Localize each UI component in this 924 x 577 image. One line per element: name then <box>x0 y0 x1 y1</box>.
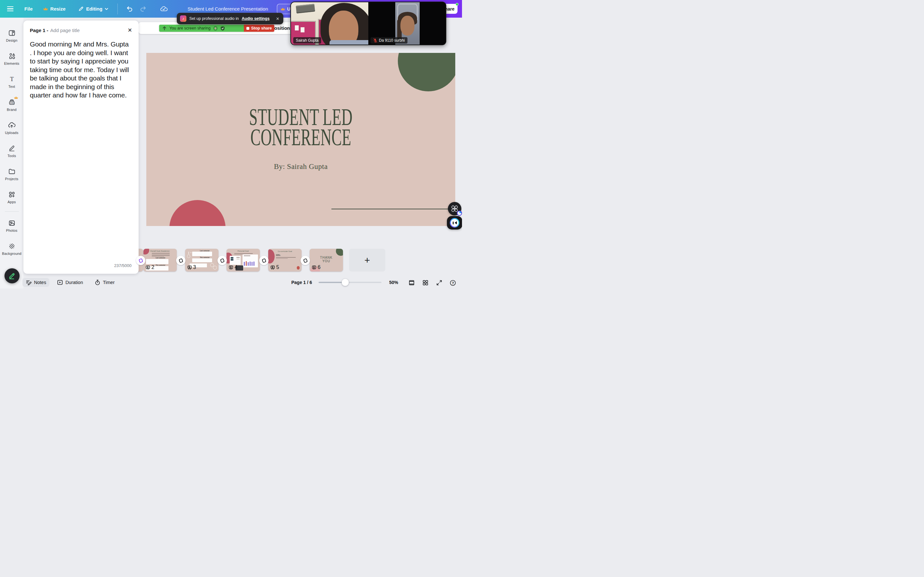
screen-share-status: You are screen sharing <box>159 25 244 32</box>
canva-editor: File Resize Editing Student Led Conferen… <box>0 0 462 288</box>
sidebar-label: Uploads <box>5 131 19 135</box>
duration-button[interactable]: Duration <box>54 278 86 287</box>
thumbnail-page-4[interactable]: Personal Goal 2025 4 <box>226 249 260 271</box>
stop-share-label: Stop share <box>251 26 272 31</box>
sidebar-item-brand[interactable]: CO Brand <box>0 93 23 116</box>
projects-folder-icon <box>8 168 16 175</box>
sidebar-item-text[interactable]: T Text <box>0 70 23 93</box>
transition-button[interactable] <box>300 256 310 265</box>
assistant-button[interactable] <box>447 216 462 229</box>
zoom-slider[interactable] <box>318 282 381 283</box>
transition-icon <box>138 258 144 263</box>
share-arrow-icon <box>162 26 166 31</box>
svg-text:T: T <box>10 76 14 82</box>
slide-byline[interactable]: By: Sairah Gupta <box>146 163 455 171</box>
sidebar-item-uploads[interactable]: Uploads <box>0 116 23 139</box>
zoom-level[interactable]: 50% <box>389 280 398 285</box>
sidebar-item-tools[interactable]: Tools <box>0 139 23 163</box>
thumbnail-page-2[interactable]: Overall Goal (Academic): Last semester T… <box>144 249 177 271</box>
notes-panel: Page 1 - Add page title ✕ Good morning M… <box>23 21 139 274</box>
page-title-placeholder[interactable]: Add page title <box>50 27 80 33</box>
thumbnail-page-5[interactable]: Co-curricular Goal GOAL: 5 <box>268 249 302 271</box>
thumbnail-page-3[interactable]: Last semester This semester 3 <box>185 249 218 271</box>
screen-share-bar: You are screen sharing Stop share <box>159 25 274 32</box>
redo-button[interactable] <box>140 6 147 12</box>
thumb-decor <box>336 249 343 256</box>
slide-decor-red-circle[interactable] <box>170 200 226 226</box>
help-button[interactable]: ? <box>449 279 456 286</box>
transition-button[interactable] <box>218 256 227 265</box>
participant-video-2: Da 9110 surbhi <box>368 2 446 45</box>
fullscreen-button[interactable] <box>436 279 443 286</box>
duration-label: Duration <box>65 280 83 285</box>
stop-icon <box>246 27 249 30</box>
video-call-overlay[interactable]: Sairah Gupta Da 9110 surbhi <box>290 2 446 45</box>
sidebar-item-background[interactable]: Background <box>0 237 23 260</box>
thumbnail-page-6[interactable]: THANK YOU 6 <box>310 249 343 271</box>
sidebar-item-apps[interactable]: Apps <box>0 185 23 209</box>
slide-canvas-page-1[interactable]: STUDENT LED CONFERENCE By: Sairah Gupta <box>146 53 455 226</box>
resize-button[interactable]: Resize <box>43 6 66 11</box>
main-menu-button[interactable] <box>7 6 13 11</box>
cloud-save-status-icon <box>160 6 168 12</box>
document-title[interactable]: Student Led Conference Presentation <box>173 6 282 11</box>
slide-decor-green-circle[interactable] <box>398 53 455 91</box>
presenter-view-button[interactable] <box>408 279 415 286</box>
fullscreen-icon <box>436 279 443 286</box>
apps-shortcut-button[interactable] <box>448 202 461 215</box>
editing-mode-dropdown[interactable]: Editing <box>78 6 108 11</box>
elements-icon <box>8 52 16 60</box>
thumb-number: 3 <box>193 264 196 270</box>
sidebar-label: Text <box>8 85 15 89</box>
annotate-button[interactable] <box>5 268 19 284</box>
notes-toggle-button[interactable]: Notes <box>23 278 49 287</box>
thumb-decor <box>236 259 240 259</box>
robot-face-icon <box>451 219 459 227</box>
crown-icon <box>280 7 285 11</box>
participant-name: Da 9110 surbhi <box>379 38 405 43</box>
presence-dot <box>456 3 459 6</box>
sidebar-item-photos[interactable]: Photos <box>0 214 23 237</box>
stop-share-button[interactable]: Stop share <box>244 25 274 32</box>
tools-pen-icon <box>8 145 16 152</box>
page-indicator[interactable]: Page 1 / 6 <box>291 280 312 285</box>
timer-label: Timer <box>103 280 115 285</box>
audio-settings-link[interactable]: Audio settings <box>242 16 270 21</box>
upgrade-label: U <box>287 6 290 11</box>
file-menu[interactable]: File <box>24 6 33 11</box>
sidebar-item-elements[interactable]: Elements <box>0 47 23 70</box>
toast-close-button[interactable]: ✕ <box>275 16 280 21</box>
undo-button[interactable] <box>126 6 133 12</box>
timer-icon <box>95 279 100 285</box>
transition-button[interactable] <box>259 256 268 265</box>
notes-close-button[interactable]: ✕ <box>128 27 132 33</box>
transition-button[interactable] <box>176 256 186 265</box>
undo-icon <box>126 6 133 12</box>
zoom-slider-knob[interactable] <box>342 279 349 286</box>
redo-icon <box>140 6 147 12</box>
duration-icon <box>57 279 63 285</box>
thumb-hexagon-decor <box>210 262 218 270</box>
thumb-number: 2 <box>152 264 154 270</box>
transition-icon <box>303 258 308 263</box>
thumb-goal-label: GOAL: <box>276 254 281 256</box>
transition-button-applied[interactable] <box>136 256 145 265</box>
grid-view-button[interactable] <box>422 279 429 286</box>
clover-icon <box>451 205 458 212</box>
bottom-toolbar: Notes Duration Timer Page 1 / 6 50% ? <box>0 276 462 288</box>
slide-decor-line[interactable] <box>331 209 455 210</box>
slide-number-icon <box>187 265 192 270</box>
timer-button[interactable]: Timer <box>91 278 118 287</box>
thumb-label: Last semester <box>156 257 165 259</box>
zoom-slider-fill <box>318 282 345 283</box>
slide-title[interactable]: STUDENT LED CONFERENCE <box>146 107 455 147</box>
sidebar-item-design[interactable]: Design <box>0 24 23 47</box>
thumb-number: 6 <box>318 264 320 270</box>
sidebar-item-projects[interactable]: Projects <box>0 163 23 185</box>
photos-icon <box>8 219 16 227</box>
notes-char-count: 237/5000 <box>114 263 132 268</box>
thumb-title: Personal Goal <box>226 250 260 252</box>
file-label: File <box>24 6 33 11</box>
notes-text-input[interactable]: Good morning Mr and Mrs. Gupta . I hope … <box>30 40 132 100</box>
add-page-button[interactable]: + <box>349 249 385 271</box>
